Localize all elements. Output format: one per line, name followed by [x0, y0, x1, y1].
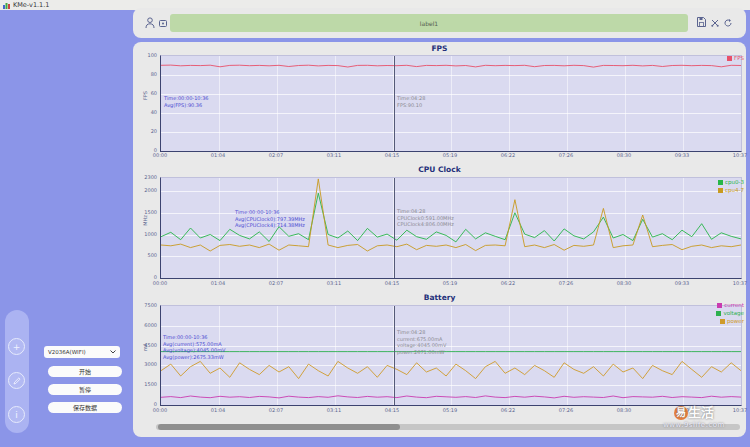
watermark-url: www.9slife.com	[642, 421, 746, 429]
plot-area[interactable]	[160, 55, 742, 152]
y-tick-label: 100	[131, 52, 157, 58]
x-tick-label: 07:26	[551, 280, 581, 286]
cursor-annotation: Time:04:28current:675.00mAvoltage:4045.0…	[397, 329, 446, 355]
x-tick-label: 08:30	[609, 152, 639, 158]
x-tick-label: 01:04	[203, 280, 233, 286]
annotation-line: voltage:4045.00mV	[397, 342, 446, 349]
y-tick-label: 40	[131, 109, 157, 115]
x-tick-label: 03:11	[319, 407, 349, 413]
y-tick-label: 80	[131, 71, 157, 77]
cursor-annotation: Time:04:28FPS:90.10	[397, 95, 425, 108]
x-tick-label: 03:11	[319, 280, 349, 286]
add-button[interactable]: +	[8, 338, 25, 355]
pencil-icon	[13, 377, 21, 385]
y-tick-label: 1000	[131, 231, 157, 237]
save-icon[interactable]	[697, 17, 706, 27]
legend-item[interactable]: power	[720, 318, 744, 324]
y-tick-label: 500	[131, 252, 157, 258]
annotation-line: CPUClock4:806.00MHz	[397, 221, 454, 228]
left-rail: + i	[5, 310, 29, 433]
device-icon[interactable]	[159, 20, 167, 27]
plot-area[interactable]	[160, 305, 742, 406]
x-tick-label: 06:22	[493, 407, 523, 413]
x-tick-label: 05:19	[435, 407, 465, 413]
series-line-current	[161, 396, 741, 398]
legend-swatch	[718, 180, 723, 185]
x-tick-label: 00:00	[145, 407, 175, 413]
crosshair-line	[394, 56, 395, 151]
chevron-down-icon	[110, 350, 116, 354]
legend-label: power	[727, 318, 744, 324]
x-tick-label: 02:07	[261, 152, 291, 158]
x-tick-label: 04:15	[377, 152, 407, 158]
x-tick-label: 06:22	[493, 280, 523, 286]
x-tick-label: 10:37	[725, 152, 750, 158]
x-tick-label: 02:07	[261, 280, 291, 286]
legend-swatch	[720, 319, 725, 324]
legend-swatch	[717, 303, 722, 308]
chart-series-svg	[161, 306, 741, 405]
x-tick-label: 05:19	[435, 152, 465, 158]
edit-button[interactable]	[8, 372, 25, 389]
legend-label: current	[724, 302, 744, 308]
y-axis-label: MHz	[142, 215, 148, 226]
toolbar: label1	[133, 8, 746, 38]
watermark: 易生活 www.9slife.com	[642, 402, 746, 429]
crosshair-line	[394, 306, 395, 405]
x-tick-label: 06:22	[493, 152, 523, 158]
summary-annotation: Time:00:00-10:36Avg(CPUClock0):797.39MHz…	[235, 209, 305, 229]
legend-item[interactable]: FPS	[727, 55, 744, 61]
chart-series-svg	[161, 56, 741, 151]
y-tick-label: 7500	[131, 302, 157, 308]
cut-icon[interactable]	[711, 19, 719, 27]
x-tick-label: 04:15	[377, 407, 407, 413]
x-tick-label: 08:30	[609, 280, 639, 286]
x-tick-label: 01:04	[203, 407, 233, 413]
x-tick-label: 04:15	[377, 280, 407, 286]
legend-item[interactable]: cpu0-3	[718, 179, 744, 185]
annotation-line: Time:00:00-10:36	[164, 95, 209, 102]
legend-item[interactable]: voltage	[716, 310, 744, 316]
y-tick-label: 3000	[131, 361, 157, 367]
command-input[interactable]: label1	[170, 14, 688, 32]
x-tick-label: 01:04	[203, 152, 233, 158]
watermark-brand-text: 生活	[688, 405, 714, 420]
pause-button[interactable]: 暂停	[48, 384, 122, 395]
x-tick-label: 09:33	[667, 280, 697, 286]
x-tick-label: 07:26	[551, 152, 581, 158]
legend-label: voltage	[723, 310, 744, 316]
annotation-line: power:2671.00mW	[397, 349, 446, 356]
legend-label: cpu0-3	[725, 179, 744, 185]
user-icon[interactable]	[145, 17, 155, 29]
legend-swatch	[716, 311, 721, 316]
refresh-icon[interactable]	[724, 19, 732, 27]
annotation-line: Avg(CPUClock4):714.38MHz	[235, 222, 305, 229]
device-select-value: V2036A(WIFI)	[48, 349, 86, 355]
scrollbar-handle[interactable]	[158, 424, 400, 430]
annotation-line: Avg(power):2675.33mW	[163, 354, 226, 361]
device-select[interactable]: V2036A(WIFI)	[44, 346, 120, 358]
y-tick-label: 4500	[131, 342, 157, 348]
legend-item[interactable]: cpu4-7	[718, 187, 744, 193]
y-tick-label: 2000	[131, 187, 157, 193]
cursor-annotation: Time:04:28CPUClock0:591.00MHzCPUClock4:8…	[397, 208, 454, 228]
x-tick-label: 10:37	[725, 280, 750, 286]
y-tick-label: 2300	[131, 174, 157, 180]
series-line-power	[161, 361, 741, 378]
annotation-line: Time:04:28	[397, 95, 425, 102]
series-line-FPS	[161, 65, 741, 67]
y-tick-label: 1500	[131, 381, 157, 387]
summary-annotation: Time:00:00-10:36Avg(current):575.00mAAvg…	[163, 334, 226, 360]
save-data-button[interactable]: 保存数据	[48, 402, 122, 413]
x-tick-label: 03:11	[319, 152, 349, 158]
window-title: KMe-v1.1.1	[13, 0, 49, 10]
crosshair-line	[394, 178, 395, 278]
start-button[interactable]: 开始	[48, 366, 122, 377]
annotation-line: Avg(FPS):90.36	[164, 102, 209, 109]
legend-item[interactable]: current	[717, 302, 744, 308]
chart-title: CPU Clock	[133, 165, 746, 174]
x-tick-label: 00:00	[145, 280, 175, 286]
legend-label: cpu4-7	[725, 187, 744, 193]
info-button[interactable]: i	[8, 406, 25, 423]
legend-swatch	[718, 188, 723, 193]
